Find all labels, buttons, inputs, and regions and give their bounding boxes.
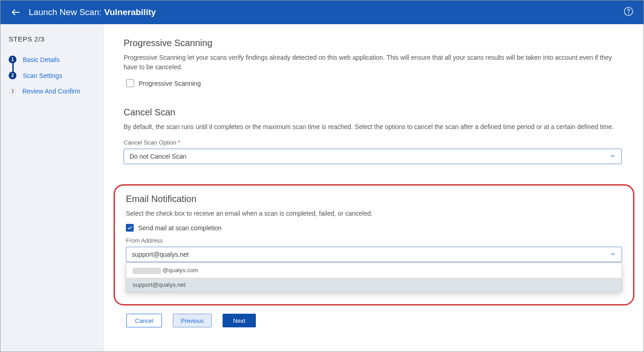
progressive-scanning-section: Progressive Scanning Progressive Scannin… [124, 38, 622, 87]
redacted-text [133, 268, 161, 274]
step-number-badge: 2 [9, 72, 16, 79]
from-address-dropdown: @qualys.com support@qualys.net [126, 263, 622, 292]
steps-counter: STEPS 2/3 [9, 35, 95, 43]
section-description: Progressive Scanning let your scans veri… [124, 53, 622, 72]
dropdown-option[interactable]: @qualys.com [126, 263, 622, 278]
wizard-sidebar: STEPS 2/3 1 Basic Details 2 Scan Setting… [0, 24, 104, 352]
svg-point-1 [628, 13, 629, 14]
section-description: Select the check box to receive an email… [126, 209, 622, 218]
previous-button[interactable]: Previous [173, 314, 212, 327]
header-title-main: Vulnerability [104, 7, 156, 17]
email-notification-highlight: Email Notification Select the check box … [114, 184, 634, 305]
page-header: Launch New Scan: Vulnerability [0, 0, 644, 24]
cancel-option-label: Cancel Scan Option * [124, 139, 622, 146]
section-description: By default, the scan runs until it compl… [124, 122, 622, 132]
progressive-scanning-checkbox[interactable] [126, 79, 134, 87]
step-label: Scan Settings [23, 72, 62, 79]
cancel-scan-select[interactable]: Do not Cancel Scan [124, 149, 622, 164]
step-scan-settings[interactable]: 2 Scan Settings [9, 72, 95, 79]
header-title-prefix: Launch New Scan: [29, 7, 102, 17]
dropdown-option-selected[interactable]: support@qualys.net [126, 278, 622, 292]
select-value: support@qualys.net [132, 251, 189, 258]
main-content: Progressive Scanning Progressive Scannin… [104, 24, 644, 352]
step-label: Basic Details [23, 56, 60, 63]
required-indicator: * [178, 139, 180, 146]
back-arrow-icon[interactable] [10, 7, 21, 18]
step-number-badge: 1 [9, 56, 16, 63]
footer-buttons: Cancel Previous Next [126, 314, 622, 327]
from-address-label: From Address [126, 237, 622, 244]
send-mail-checkbox[interactable] [126, 224, 134, 232]
checkbox-label: Progressive Scanning [139, 80, 201, 87]
section-title: Cancel Scan [124, 107, 622, 118]
checkbox-label: Send mail at scan completion [138, 224, 222, 232]
next-button[interactable]: Next [223, 314, 256, 327]
select-value: Do not Cancel Scan [130, 153, 187, 160]
step-basic-details[interactable]: 1 Basic Details [9, 56, 95, 63]
from-address-select[interactable]: support@qualys.net [126, 247, 622, 262]
step-number-badge: 3 [9, 88, 16, 95]
chevron-down-icon [609, 153, 616, 160]
step-label: Review And Confirm [22, 88, 80, 95]
help-icon[interactable] [623, 6, 634, 18]
section-title: Email Notification [126, 194, 622, 204]
cancel-button[interactable]: Cancel [126, 314, 162, 327]
step-review-confirm[interactable]: 3 Review And Confirm [9, 88, 95, 95]
chevron-down-icon [610, 251, 616, 259]
section-title: Progressive Scanning [124, 38, 622, 48]
cancel-scan-section: Cancel Scan By default, the scan runs un… [124, 107, 622, 164]
